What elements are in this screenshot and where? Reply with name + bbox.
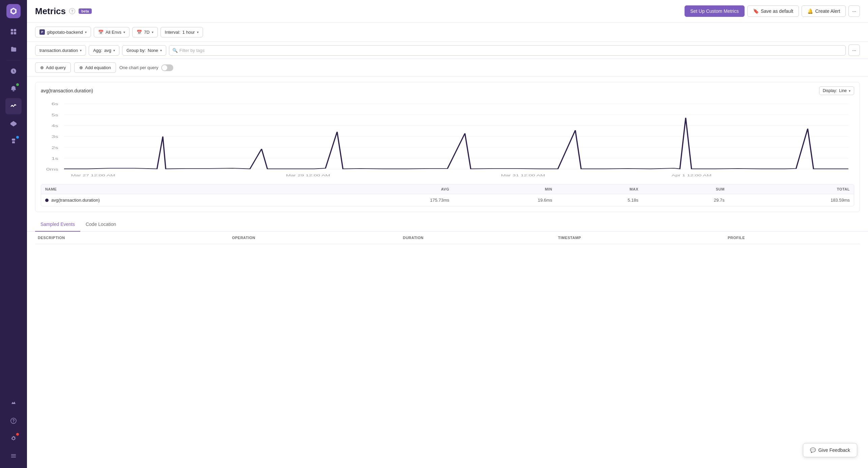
add-equation-button[interactable]: ⊕ Add equation <box>74 62 116 73</box>
chart-svg-area: 6s 5s 4s 3s 2s 1s 0ms <box>35 99 860 184</box>
col-sum: SUM <box>642 184 729 194</box>
svg-text:5s: 5s <box>52 113 59 117</box>
toolbar-row: P gibpotato-backend ▾ 📅 All Envs ▾ 📅 7D … <box>27 23 868 42</box>
sidebar-divider-1 <box>7 60 20 60</box>
metrics-chart-svg: 6s 5s 4s 3s 2s 1s 0ms <box>41 99 854 180</box>
svg-text:2s: 2s <box>52 146 59 149</box>
bottom-table: DESCRIPTION OPERATION DURATION TIMESTAMP… <box>27 232 868 244</box>
table-row[interactable]: avg(transaction.duration) 175.73ms 19.6m… <box>41 194 854 206</box>
svg-rect-2 <box>11 32 13 34</box>
sidebar-item-notifications[interactable] <box>5 133 22 149</box>
col-operation: OPERATION <box>229 232 400 244</box>
project-icon: P <box>39 29 45 35</box>
sidebar <box>0 0 27 468</box>
group-selector[interactable]: Group by: None ▾ <box>122 45 166 56</box>
tab-code-location[interactable]: Code Location <box>80 217 121 232</box>
metric-total: 183.59ms <box>729 194 854 206</box>
add-query-button[interactable]: ⊕ Add query <box>35 62 71 73</box>
metric-selector[interactable]: transaction.duration ▾ <box>35 45 86 56</box>
sidebar-item-projects[interactable] <box>5 41 22 57</box>
sidebar-collapse[interactable] <box>5 448 22 464</box>
one-chart-toggle[interactable] <box>161 64 173 71</box>
sidebar-item-metrics[interactable] <box>5 98 22 114</box>
metric-name-cell: avg(transaction.duration) <box>41 194 328 206</box>
query-more-options[interactable]: ··· <box>848 45 860 56</box>
sidebar-item-stats[interactable] <box>5 395 22 411</box>
metric-chevron: ▾ <box>80 49 82 52</box>
col-duration: DURATION <box>400 232 555 244</box>
col-timestamp: TIMESTAMP <box>555 232 725 244</box>
tab-sampled-events[interactable]: Sampled Events <box>35 217 80 232</box>
env-selector[interactable]: 📅 All Envs ▾ <box>94 27 129 37</box>
sidebar-item-dashboard[interactable] <box>5 24 22 40</box>
env-icon: 📅 <box>98 30 104 35</box>
metric-sum: 29.7s <box>642 194 729 206</box>
svg-point-6 <box>13 422 14 423</box>
alerts-dot <box>16 83 19 86</box>
display-selector[interactable]: Display: Line ▾ <box>819 86 854 95</box>
project-chevron: ▾ <box>85 30 87 34</box>
col-min: MIN <box>453 184 556 194</box>
col-max: MAX <box>556 184 642 194</box>
period-selector[interactable]: 📅 7D ▾ <box>132 27 158 37</box>
page-title-group: Metrics ? beta <box>35 6 92 17</box>
create-alert-button[interactable]: 🔔 Create Alert <box>802 5 846 17</box>
sidebar-item-performance[interactable] <box>5 63 22 79</box>
add-query-icon: ⊕ <box>40 65 44 70</box>
project-selector[interactable]: P gibpotato-backend ▾ <box>35 27 91 37</box>
chart-header: avg(transaction.duration) Display: Line … <box>35 82 860 99</box>
help-icon[interactable]: ? <box>69 8 75 14</box>
header-actions: Set Up Custom Metrics 🔖 Save as default … <box>685 5 860 17</box>
svg-text:Mar 31 12:00 AM: Mar 31 12:00 AM <box>501 173 545 177</box>
sidebar-item-releases[interactable] <box>5 116 22 132</box>
col-profile: PROFILE <box>725 232 860 244</box>
display-chevron: ▾ <box>849 89 850 93</box>
bookmark-icon: 🔖 <box>753 8 759 14</box>
col-name: NAME <box>41 184 328 194</box>
notifications-dot <box>16 136 19 139</box>
env-chevron: ▾ <box>123 30 125 34</box>
chart-container: avg(transaction.duration) Display: Line … <box>35 82 860 212</box>
metric-avg: 175.73ms <box>328 194 453 206</box>
give-feedback-button[interactable]: 💬 Give Feedback <box>803 443 857 457</box>
interval-label: Interval: <box>165 30 180 35</box>
col-total: TOTAL <box>729 184 854 194</box>
group-chevron: ▾ <box>160 49 162 52</box>
one-chart-toggle-wrap: One chart per query <box>119 64 173 71</box>
feedback-icon: 💬 <box>810 447 816 453</box>
search-icon: 🔍 <box>172 48 178 53</box>
svg-text:Mar 27 12:00 AM: Mar 27 12:00 AM <box>71 173 115 177</box>
sidebar-item-help[interactable] <box>5 413 22 429</box>
save-as-default-button[interactable]: 🔖 Save as default <box>747 5 799 17</box>
svg-rect-0 <box>11 29 13 31</box>
main-content: Metrics ? beta Set Up Custom Metrics 🔖 S… <box>27 0 868 468</box>
metric-color-dot <box>45 199 49 202</box>
chart-title: avg(transaction.duration) <box>41 88 93 93</box>
filter-input[interactable] <box>169 45 846 56</box>
settings-dot <box>16 433 19 436</box>
metric-min: 19.6ms <box>453 194 556 206</box>
svg-text:1s: 1s <box>52 157 59 160</box>
sidebar-item-settings[interactable] <box>5 430 22 446</box>
agg-selector[interactable]: Agg: avg ▾ <box>89 45 119 56</box>
content-scroll: P gibpotato-backend ▾ 📅 All Envs ▾ 📅 7D … <box>27 23 868 468</box>
period-chevron: ▾ <box>152 30 153 34</box>
svg-text:4s: 4s <box>52 124 59 128</box>
set-up-custom-metrics-button[interactable]: Set Up Custom Metrics <box>685 5 745 17</box>
svg-marker-4 <box>10 121 17 126</box>
sidebar-item-alerts[interactable] <box>5 81 22 97</box>
more-options-button[interactable]: ··· <box>848 5 860 17</box>
svg-text:Apr 1 12:00 AM: Apr 1 12:00 AM <box>671 173 712 177</box>
add-equation-icon: ⊕ <box>79 65 83 70</box>
col-avg: AVG <box>328 184 453 194</box>
metrics-legend-table: NAME AVG MIN MAX SUM TOTAL <box>41 184 854 206</box>
svg-text:6s: 6s <box>52 102 59 106</box>
sentry-logo[interactable] <box>6 4 21 18</box>
interval-chevron: ▾ <box>197 30 199 34</box>
svg-text:0ms: 0ms <box>46 168 58 171</box>
svg-rect-1 <box>14 29 16 31</box>
filter-wrap: 🔍 <box>169 45 846 56</box>
page-title: Metrics <box>35 6 66 17</box>
query-row: transaction.duration ▾ Agg: avg ▾ Group … <box>27 42 868 59</box>
interval-selector[interactable]: Interval: 1 hour ▾ <box>161 27 203 37</box>
